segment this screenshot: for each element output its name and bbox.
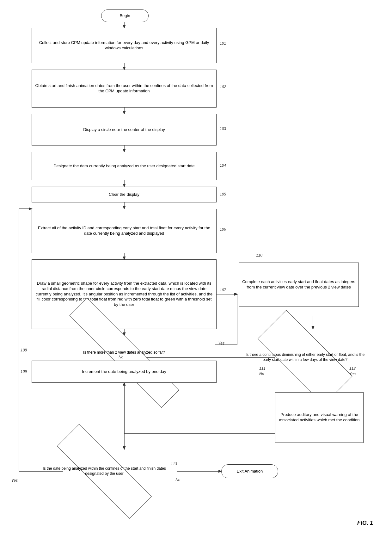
step-101: Collect and store CPM update information…	[32, 28, 217, 63]
label-105: 105	[220, 192, 226, 196]
step-110-label: Complete each activities early start and…	[242, 279, 356, 290]
label-111: 111	[259, 366, 266, 371]
step-112: Produce auditory and visual warning of t…	[275, 392, 364, 443]
step-111: Is there a continuous diminishing of eit…	[239, 329, 371, 386]
step-104: Designate the data currently being analy…	[32, 152, 217, 180]
step-107: Draw a small geometric shape for every a…	[32, 259, 217, 329]
exit-node: Exit Animation	[221, 464, 278, 478]
label-107: 107	[220, 288, 226, 292]
step-103-label: Display a circle near the center of the …	[83, 127, 165, 133]
label-106: 106	[220, 227, 226, 232]
label-103: 103	[220, 127, 226, 131]
step-105: Clear the display	[32, 187, 217, 202]
label-108: 108	[21, 348, 27, 352]
step-113: Is the date being analyzed within the co…	[32, 449, 177, 493]
label-101: 101	[220, 41, 226, 46]
label-109: 109	[21, 369, 27, 374]
step-107-label: Draw a small geometric shape for every a…	[34, 281, 214, 307]
step-106: Extract all of the activity ID and corre…	[32, 209, 217, 253]
label-104: 104	[220, 163, 226, 168]
step-102: Obtain start and finish animation dates …	[32, 70, 217, 108]
step-105-label: Clear the display	[109, 192, 139, 197]
step-110: Complete each activities early start and…	[239, 263, 359, 307]
begin-node: Begin	[101, 9, 149, 22]
step-103: Display a circle near the center of the …	[32, 114, 217, 146]
exit-label: Exit Animation	[237, 469, 263, 474]
label-102: 102	[220, 85, 226, 89]
yes-label-111: Yes	[349, 372, 356, 376]
no-label-111: No	[259, 372, 264, 376]
label-110: 110	[256, 253, 262, 257]
figure-label: FIG. 1	[357, 520, 373, 526]
step-106-label: Extract all of the activity ID and corre…	[34, 226, 214, 236]
step-111-label: Is there a continuous diminishing of eit…	[239, 352, 371, 362]
no-label-113: No	[175, 478, 180, 482]
step-102-label: Obtain start and finish animation dates …	[34, 83, 214, 94]
yes-label-108: Yes	[218, 341, 224, 345]
step-112-label: Produce auditory and visual warning of t…	[278, 412, 361, 423]
yes-label-113: Yes	[11, 478, 18, 483]
step-108-label: Is there more than 2 view dates analyzed…	[77, 350, 171, 355]
no-label-108: No	[119, 355, 123, 359]
step-104-label: Designate the data currently being analy…	[53, 164, 195, 169]
step-101-label: Collect and store CPM update information…	[34, 40, 214, 51]
label-112: 112	[349, 366, 356, 371]
step-109: Increment the date being analyzed by one…	[32, 361, 217, 383]
step-109-label: Increment the date being analyzed by one…	[82, 369, 166, 375]
begin-label: Begin	[119, 13, 130, 19]
step-113-label: Is the date being analyzed within the co…	[32, 466, 177, 476]
label-113: 113	[171, 462, 177, 466]
